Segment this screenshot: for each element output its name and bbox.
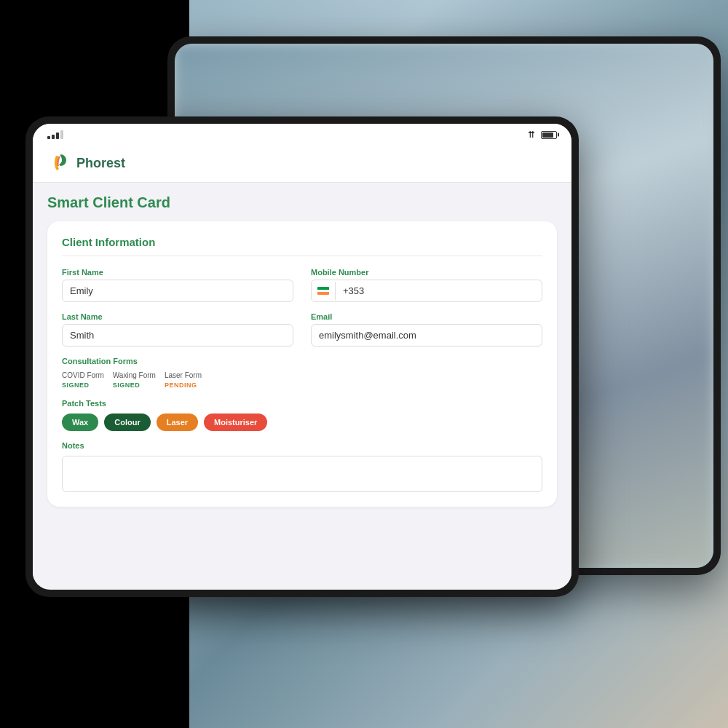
patch-test-badge[interactable]: Wax xyxy=(62,414,98,431)
consultation-forms-label: Consultation Forms xyxy=(62,357,542,365)
battery-fill xyxy=(542,132,553,138)
app-header: Phorest xyxy=(33,146,571,183)
consult-form-status: SIGNED xyxy=(62,381,104,389)
consultation-form-item[interactable]: Waxing Form SIGNED xyxy=(113,371,156,389)
notes-label: Notes xyxy=(62,441,542,450)
mobile-number-value: +353 xyxy=(336,280,371,301)
status-icons: ⇈ xyxy=(528,130,557,140)
patch-test-badge[interactable]: Laser xyxy=(157,414,198,431)
email-label: Email xyxy=(311,312,542,321)
ireland-flag-icon xyxy=(317,287,329,295)
mobile-label: Mobile Number xyxy=(311,268,542,277)
signal-bar-1 xyxy=(47,136,50,139)
first-name-group: First Name Emily xyxy=(62,268,293,302)
mobile-group: Mobile Number +353 xyxy=(311,268,542,302)
mobile-input[interactable]: +353 xyxy=(311,280,542,302)
signal-bar-4 xyxy=(60,130,63,139)
signal-bar-3 xyxy=(56,132,59,139)
last-name-label: Last Name xyxy=(62,312,293,321)
patch-tests-label: Patch Tests xyxy=(62,399,542,408)
consult-form-status: SIGNED xyxy=(113,381,156,389)
consult-form-name: COVID Form xyxy=(62,371,104,379)
last-name-group: Last Name Smith xyxy=(62,312,293,347)
card-title: Client Information xyxy=(62,236,542,256)
first-name-input[interactable]: Emily xyxy=(62,280,293,302)
form-grid: First Name Emily Mobile Number +353 xyxy=(62,268,542,347)
consult-form-name: Waxing Form xyxy=(113,371,156,379)
patch-tests-list: WaxColourLaserMoisturiser xyxy=(62,414,542,431)
notes-input[interactable] xyxy=(62,456,542,492)
first-name-label: First Name xyxy=(62,268,293,277)
flag-prefix xyxy=(312,282,336,300)
phorest-logo-icon xyxy=(50,153,71,173)
battery-icon xyxy=(541,131,557,139)
app-name: Phorest xyxy=(76,156,125,171)
tablet-screen: ⇈ Phorest Smart Client Card Client Infor… xyxy=(33,124,571,590)
tablet-device: ⇈ Phorest Smart Client Card Client Infor… xyxy=(25,116,579,597)
page-title: Smart Client Card xyxy=(47,194,557,211)
consultation-form-item[interactable]: COVID Form SIGNED xyxy=(62,371,104,389)
consultation-forms-list: COVID Form SIGNED Waxing Form SIGNED Las… xyxy=(62,371,542,389)
email-group: Email emilysmith@email.com xyxy=(311,312,542,347)
status-bar: ⇈ xyxy=(33,124,571,146)
consult-form-status: PENDING xyxy=(165,381,202,389)
main-content[interactable]: Smart Client Card Client Information Fir… xyxy=(33,183,571,585)
signal-bars xyxy=(47,130,63,139)
client-info-card: Client Information First Name Emily Mobi… xyxy=(47,221,557,507)
email-input[interactable]: emilysmith@email.com xyxy=(311,324,542,347)
patch-test-badge[interactable]: Colour xyxy=(104,414,150,431)
signal-bar-2 xyxy=(52,135,55,139)
consultation-form-item[interactable]: Laser Form PENDING xyxy=(165,371,202,389)
patch-test-badge[interactable]: Moisturiser xyxy=(204,414,267,431)
last-name-input[interactable]: Smith xyxy=(62,324,293,347)
consult-form-name: Laser Form xyxy=(165,371,202,379)
wifi-icon: ⇈ xyxy=(528,130,535,140)
